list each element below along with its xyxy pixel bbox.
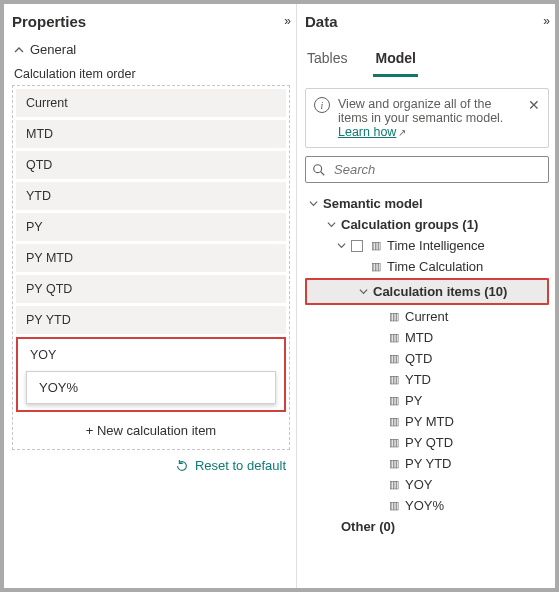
list-item-highlighted[interactable]: YOY YOY% [16, 337, 286, 412]
reset-to-default-button[interactable]: Reset to default [12, 450, 290, 477]
tree-item[interactable]: ▥QTD [305, 348, 549, 369]
tab-tables[interactable]: Tables [305, 46, 349, 77]
list-item[interactable]: PY YTD [16, 306, 286, 334]
tabs: Tables Model [305, 46, 549, 78]
item-icon: ▥ [387, 499, 401, 512]
tree-calc-items-highlight: Calculation items (10) [305, 278, 549, 305]
list-item-yoy-pct[interactable]: YOY% [26, 371, 276, 404]
chevron-down-icon [357, 287, 369, 296]
chevron-down-icon [307, 199, 319, 208]
list-item[interactable]: PY QTD [16, 275, 286, 303]
list-item[interactable]: QTD [16, 151, 286, 179]
model-tree: Semantic model Calculation groups (1) ▥ … [305, 193, 549, 537]
item-icon: ▥ [387, 457, 401, 470]
tree-time-intelligence-label: Time Intelligence [387, 238, 485, 253]
data-title: Data [305, 13, 338, 30]
tree-item[interactable]: ▥PY [305, 390, 549, 411]
item-icon: ▥ [387, 478, 401, 491]
section-general-label: General [30, 42, 76, 57]
list-item[interactable]: PY MTD [16, 244, 286, 272]
reset-icon [175, 459, 189, 473]
tree-item[interactable]: ▥YOY% [305, 495, 549, 516]
info-text: View and organize all of the items in yo… [338, 97, 520, 139]
checkbox[interactable] [351, 240, 363, 252]
collapse-properties-icon[interactable]: » [282, 12, 290, 30]
tree-other[interactable]: Other (0) [305, 516, 549, 537]
external-link-icon: ↗ [398, 127, 406, 138]
svg-line-1 [321, 171, 325, 175]
tree-root-label: Semantic model [323, 196, 423, 211]
chevron-up-icon [14, 45, 24, 55]
search-input[interactable] [332, 161, 542, 178]
tree-calc-items[interactable]: Calculation items (10) [307, 281, 547, 302]
section-general[interactable]: General [12, 38, 290, 61]
reset-label: Reset to default [195, 458, 286, 473]
list-item[interactable]: MTD [16, 120, 286, 148]
properties-title: Properties [12, 13, 86, 30]
list-item[interactable]: YTD [16, 182, 286, 210]
svg-point-0 [314, 164, 322, 172]
tree-time-calculation-label: Time Calculation [387, 259, 483, 274]
info-icon: i [314, 97, 330, 113]
item-icon: ▥ [387, 352, 401, 365]
item-icon: ▥ [387, 331, 401, 344]
tree-calc-items-label: Calculation items (10) [373, 284, 507, 299]
search-icon [312, 163, 326, 177]
tree-item[interactable]: ▥YTD [305, 369, 549, 390]
field-label: Calculation item order [14, 67, 288, 81]
tree-item[interactable]: ▥PY YTD [305, 453, 549, 474]
tree-item[interactable]: ▥PY QTD [305, 432, 549, 453]
item-icon: ▥ [387, 415, 401, 428]
tree-time-calculation[interactable]: ▥ Time Calculation [305, 256, 549, 277]
item-icon: ▥ [387, 394, 401, 407]
search-box[interactable] [305, 156, 549, 183]
list-item-yoy[interactable]: YOY [20, 341, 282, 369]
tree-root[interactable]: Semantic model [305, 193, 549, 214]
list-item[interactable]: Current [16, 89, 286, 117]
chevron-down-icon [335, 241, 347, 250]
tree-item[interactable]: ▥YOY [305, 474, 549, 495]
tree-other-label: Other (0) [341, 519, 395, 534]
item-icon: ▥ [387, 436, 401, 449]
list-item[interactable]: PY [16, 213, 286, 241]
collapse-data-icon[interactable]: » [541, 12, 549, 30]
new-calculation-item-button[interactable]: + New calculation item [16, 415, 286, 446]
info-banner: i View and organize all of the items in … [305, 88, 549, 148]
calculation-item-order-list: Current MTD QTD YTD PY PY MTD PY QTD PY … [12, 85, 290, 450]
tree-calc-groups-label: Calculation groups (1) [341, 217, 478, 232]
column-icon: ▥ [369, 260, 383, 273]
item-icon: ▥ [387, 373, 401, 386]
data-pane: Data » Tables Model i View and organize … [297, 4, 555, 588]
properties-pane: Properties » General Calculation item or… [4, 4, 297, 588]
learn-how-link[interactable]: Learn how [338, 125, 396, 139]
tree-calc-groups[interactable]: Calculation groups (1) [305, 214, 549, 235]
tree-item[interactable]: ▥MTD [305, 327, 549, 348]
item-icon: ▥ [387, 310, 401, 323]
group-icon: ▥ [369, 239, 383, 252]
tree-item[interactable]: ▥Current [305, 306, 549, 327]
tree-item[interactable]: ▥PY MTD [305, 411, 549, 432]
tab-model[interactable]: Model [373, 46, 417, 77]
chevron-down-icon [325, 220, 337, 229]
tree-time-intelligence[interactable]: ▥ Time Intelligence [305, 235, 549, 256]
close-info-icon[interactable]: ✕ [528, 97, 540, 113]
